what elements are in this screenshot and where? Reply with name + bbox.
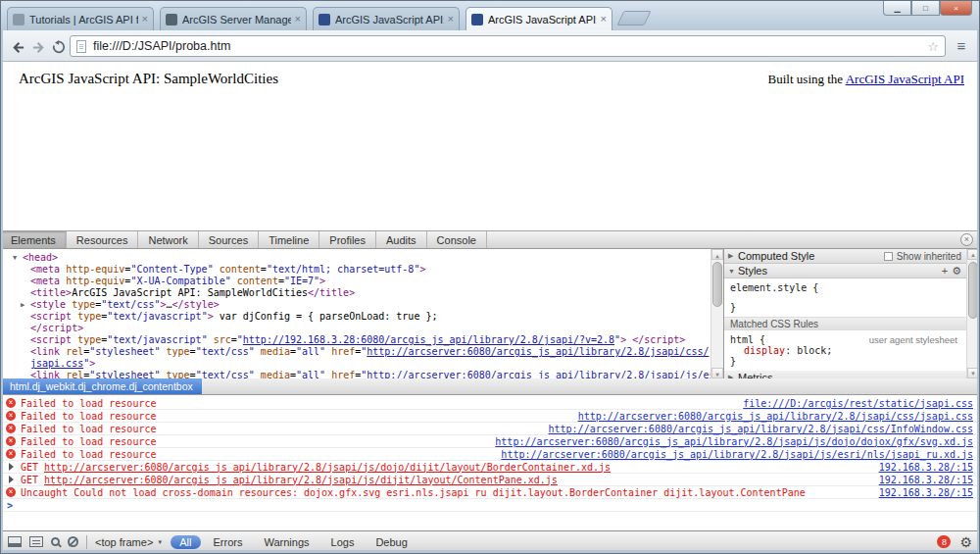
- filter-errors[interactable]: Errors: [205, 535, 252, 549]
- browser-tab[interactable]: ArcGIS Server Manager×: [160, 7, 307, 30]
- browser-tab[interactable]: ArcGIS JavaScript API: Sam×: [466, 7, 612, 30]
- console-prompt[interactable]: >: [7, 500, 13, 511]
- filter-debug[interactable]: Debug: [367, 535, 416, 549]
- computed-style-header[interactable]: ▶ Computed Style Show inherited: [724, 249, 979, 264]
- statusbar-right: 8 ⚙: [937, 535, 972, 549]
- new-tab-button[interactable]: [617, 11, 652, 25]
- browser-tab[interactable]: ArcGIS JavaScript API: Sam×: [313, 7, 460, 30]
- devtools-tab-sources[interactable]: Sources: [199, 231, 259, 248]
- devtools-tab-profiles[interactable]: Profiles: [319, 231, 376, 248]
- message-text: GET: [21, 475, 44, 485]
- bookmark-star-icon[interactable]: ☆: [927, 39, 939, 54]
- devtools-tab-elements[interactable]: Elements: [1, 231, 67, 248]
- disclosure-arrow-icon[interactable]: ▶: [21, 299, 30, 311]
- scroll-up-icon[interactable]: ▲: [711, 249, 723, 260]
- console-entry: GET http://arcserver:6080/arcgis_js_api/…: [1, 474, 979, 486]
- filter-logs[interactable]: Logs: [322, 535, 364, 549]
- devtools-tab-resources[interactable]: Resources: [67, 231, 139, 248]
- metrics-header[interactable]: ▶ Metrics: [724, 371, 979, 378]
- code-token: </script>: [30, 323, 83, 333]
- arcgis-api-link[interactable]: ArcGIS JavaScript API: [846, 72, 964, 86]
- dom-line: <link rel="stylesheet" type="text/css" m…: [1, 346, 723, 358]
- code-link[interactable]: jsapi.css: [30, 358, 83, 369]
- devtools-tabs: ElementsResourcesNetworkSourcesTimelineP…: [1, 231, 487, 248]
- code-token: "stylesheet": [89, 370, 160, 378]
- search-icon[interactable]: [51, 537, 60, 546]
- reload-icon: [52, 40, 66, 54]
- console-message: Failed to load resource: [21, 436, 485, 447]
- source-link[interactable]: http://arcserver:6080/arcgis_js_api/libr…: [501, 449, 973, 460]
- devtools-tab-network[interactable]: Network: [138, 231, 198, 248]
- css-property-value[interactable]: : block;: [785, 345, 832, 356]
- elements-scrollbar[interactable]: ▲ ▼: [710, 249, 723, 378]
- expand-arrow-icon[interactable]: [9, 463, 14, 471]
- source-link[interactable]: http://arcserver:6080/arcgis_js_api/libr…: [549, 424, 973, 434]
- close-button[interactable]: ×: [940, 1, 972, 16]
- source-link[interactable]: file:///D:/arcgis/rest/static/jsapi.css: [743, 398, 973, 409]
- dom-line: <script type="text/javascript" src="http…: [1, 334, 723, 346]
- show-inherited-checkbox[interactable]: [884, 252, 893, 261]
- reload-button[interactable]: [50, 38, 68, 56]
- code-link[interactable]: http://arcserver:6080/arcgis_js_api/libr…: [367, 370, 723, 378]
- console-entry: ×Failed to load resourcehttp://arcserver…: [1, 410, 979, 423]
- console-entry: ×Failed to load resourcehttp://arcserver…: [1, 435, 979, 448]
- devtools-close-button[interactable]: ×: [960, 233, 973, 246]
- code-token: </style>: [172, 299, 220, 310]
- devtools-panel: ElementsResourcesNetworkSourcesTimelineP…: [1, 230, 979, 552]
- filter-warnings[interactable]: Warnings: [255, 535, 318, 549]
- tab-close-icon[interactable]: ×: [601, 14, 607, 25]
- filter-all[interactable]: All: [171, 535, 200, 549]
- tab-close-icon[interactable]: ×: [448, 14, 454, 25]
- styles-header[interactable]: ▼ Styles + ⚙: [724, 264, 979, 278]
- code-token: http-equiv: [60, 264, 124, 275]
- tab-close-icon[interactable]: ×: [142, 14, 148, 25]
- source-link[interactable]: http://arcserver:6080/arcgis_js_api/libr…: [578, 411, 973, 422]
- back-button[interactable]: [9, 38, 26, 56]
- code-token: </title>: [308, 287, 355, 298]
- css-property-name[interactable]: display: [744, 345, 785, 356]
- message-link[interactable]: http://arcserver:6080/arcgis_js_api/libr…: [44, 475, 558, 485]
- page-icon: [76, 40, 86, 53]
- chevron-right-icon[interactable]: ▶: [728, 252, 738, 260]
- metrics-label: Metrics: [738, 372, 772, 378]
- show-console-icon[interactable]: [29, 536, 43, 547]
- code-link[interactable]: http://arcserver:6080/arcgis_js_api/libr…: [367, 346, 709, 357]
- css-rule-block: html { user agent stylesheet display: bl…: [724, 330, 979, 371]
- breadcrumb-item-html[interactable]: html.dj_webkit.dj_chrome.dj_contentbox: [1, 378, 202, 394]
- dom-line: <meta http-equiv="X-UA-Compatible" conte…: [1, 276, 723, 287]
- error-icon: ×: [6, 436, 16, 446]
- error-count-badge[interactable]: 8: [937, 535, 951, 548]
- chevron-down-icon[interactable]: ▼: [728, 268, 738, 275]
- clear-console-icon[interactable]: [68, 536, 78, 547]
- scrollbar-thumb[interactable]: [712, 262, 722, 307]
- expand-arrow-icon[interactable]: [9, 476, 14, 483]
- frame-selector[interactable]: <top frame> ▼: [95, 536, 163, 548]
- tab-close-icon[interactable]: ×: [295, 14, 301, 25]
- console-input-row[interactable]: >: [1, 499, 979, 512]
- source-link[interactable]: 192.168.3.28/:15: [879, 462, 973, 473]
- code-link[interactable]: http://192.168.3.28:6080/arcgis_js_api/l…: [243, 334, 614, 345]
- maximize-button[interactable]: □: [911, 1, 940, 16]
- url-text[interactable]: file:///D:/JSAPI/proba.htm: [93, 39, 927, 53]
- message-link[interactable]: http://arcserver:6080/arcgis_js_api/libr…: [44, 462, 611, 473]
- disclosure-arrow-icon[interactable]: ▼: [13, 252, 23, 264]
- settings-gear-icon[interactable]: ⚙: [959, 535, 972, 549]
- new-style-rule-button[interactable]: +: [942, 266, 948, 277]
- source-link[interactable]: 192.168.3.28/:15: [879, 475, 973, 485]
- address-bar[interactable]: file:///D:/JSAPI/proba.htm ☆: [70, 35, 946, 57]
- devtools-tab-console[interactable]: Console: [427, 231, 487, 248]
- source-link[interactable]: http://arcserver:6080/arcgis_js_api/libr…: [495, 436, 973, 447]
- scroll-down-icon[interactable]: ▼: [711, 368, 723, 378]
- code-token: <link: [30, 346, 60, 357]
- menu-button[interactable]: ≡: [952, 38, 971, 54]
- window-controls: ▁□×: [883, 1, 972, 16]
- minimize-button[interactable]: ▁: [883, 1, 911, 16]
- forward-button[interactable]: [29, 38, 47, 56]
- source-link[interactable]: 192.168.3.28/:15: [879, 487, 973, 498]
- devtools-tab-timeline[interactable]: Timeline: [259, 231, 319, 248]
- styles-gear-icon[interactable]: ⚙: [952, 266, 961, 277]
- indent-spacer: [21, 276, 30, 287]
- browser-tab[interactable]: Tutorials | ArcGIS API for J×: [7, 7, 154, 30]
- devtools-tab-audits[interactable]: Audits: [376, 231, 427, 248]
- dock-position-icon[interactable]: [8, 536, 22, 547]
